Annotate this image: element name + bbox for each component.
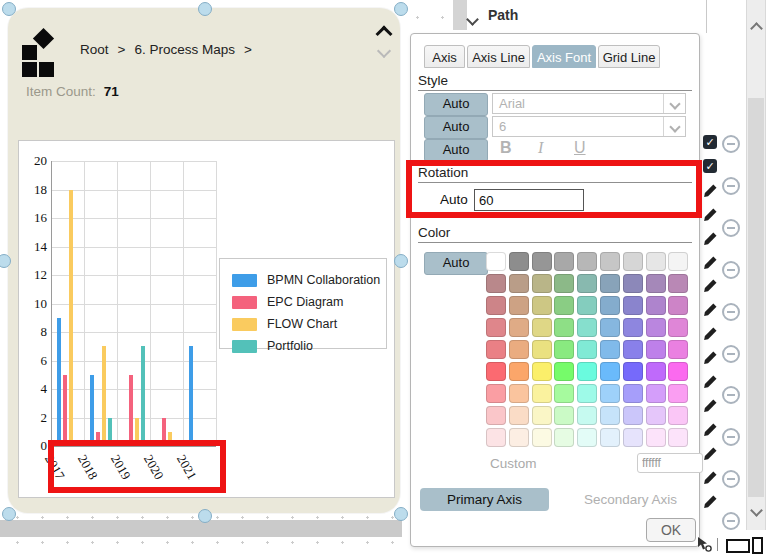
biu-auto-button[interactable]: Auto bbox=[424, 139, 488, 162]
horizontal-scrollbar[interactable] bbox=[0, 520, 402, 537]
edit-pencil-icon[interactable] bbox=[703, 255, 718, 274]
palette-swatch[interactable] bbox=[646, 252, 666, 271]
breadcrumb-folder[interactable]: 6. Process Maps bbox=[134, 42, 235, 57]
resize-handle-top-right[interactable] bbox=[394, 2, 408, 16]
ok-button[interactable]: OK bbox=[646, 518, 696, 542]
resize-handle-bottom-right[interactable] bbox=[394, 507, 408, 521]
chevron-down-icon[interactable] bbox=[663, 117, 685, 136]
palette-swatch[interactable] bbox=[646, 406, 666, 425]
palette-swatch[interactable] bbox=[532, 340, 552, 359]
resize-handle-bottom-left[interactable] bbox=[2, 507, 16, 521]
palette-swatch[interactable] bbox=[577, 296, 597, 315]
edit-pencil-icon[interactable] bbox=[703, 446, 718, 465]
palette-swatch[interactable] bbox=[646, 384, 666, 403]
remove-minus-icon[interactable] bbox=[722, 261, 740, 279]
palette-swatch[interactable] bbox=[646, 340, 666, 359]
palette-swatch[interactable] bbox=[600, 362, 620, 381]
palette-swatch[interactable] bbox=[600, 296, 620, 315]
remove-minus-icon[interactable] bbox=[722, 345, 740, 363]
palette-swatch[interactable] bbox=[668, 362, 688, 381]
palette-swatch[interactable] bbox=[646, 428, 666, 447]
edit-pencil-icon[interactable] bbox=[703, 398, 718, 417]
edit-pencil-icon[interactable] bbox=[703, 207, 718, 226]
italic-button[interactable]: I bbox=[538, 139, 543, 157]
scroll-up-icon[interactable] bbox=[752, 19, 761, 37]
palette-swatch[interactable] bbox=[600, 428, 620, 447]
secondary-axis-button[interactable]: Secondary Axis bbox=[584, 492, 677, 507]
palette-swatch[interactable] bbox=[577, 428, 597, 447]
size-auto-button[interactable]: Auto bbox=[424, 116, 488, 139]
palette-swatch[interactable] bbox=[646, 318, 666, 337]
palette-swatch[interactable] bbox=[509, 274, 529, 293]
palette-swatch[interactable] bbox=[600, 252, 620, 271]
palette-swatch[interactable] bbox=[577, 406, 597, 425]
palette-swatch[interactable] bbox=[668, 252, 688, 271]
remove-minus-icon[interactable] bbox=[722, 303, 740, 321]
tab-axis[interactable]: Axis bbox=[424, 45, 465, 68]
expand-down-icon[interactable] bbox=[379, 42, 389, 60]
palette-swatch[interactable] bbox=[668, 406, 688, 425]
remove-minus-icon[interactable] bbox=[722, 386, 740, 404]
palette-swatch[interactable] bbox=[577, 318, 597, 337]
checkbox-checked-icon[interactable]: ✓ bbox=[703, 135, 717, 149]
palette-swatch[interactable] bbox=[509, 384, 529, 403]
font-size-dropdown[interactable]: 6 bbox=[492, 116, 686, 137]
color-auto-button[interactable]: Auto bbox=[424, 252, 488, 275]
palette-swatch[interactable] bbox=[554, 318, 574, 337]
palette-swatch[interactable] bbox=[668, 428, 688, 447]
edit-pencil-icon[interactable] bbox=[703, 231, 718, 250]
palette-swatch[interactable] bbox=[600, 318, 620, 337]
palette-swatch[interactable] bbox=[623, 274, 643, 293]
palette-swatch[interactable] bbox=[577, 340, 597, 359]
resize-handle-top-left[interactable] bbox=[2, 2, 16, 16]
palette-swatch[interactable] bbox=[532, 274, 552, 293]
palette-swatch[interactable] bbox=[554, 384, 574, 403]
palette-swatch[interactable] bbox=[486, 274, 506, 293]
tab-grid-line[interactable]: Grid Line bbox=[598, 45, 660, 68]
palette-swatch[interactable] bbox=[623, 340, 643, 359]
palette-swatch[interactable] bbox=[668, 318, 688, 337]
resize-handle-mid-right[interactable] bbox=[394, 254, 408, 268]
palette-swatch[interactable] bbox=[486, 362, 506, 381]
palette-swatch[interactable] bbox=[668, 340, 688, 359]
palette-swatch[interactable] bbox=[600, 384, 620, 403]
palette-swatch[interactable] bbox=[509, 252, 529, 271]
checkbox-checked-icon[interactable]: ✓ bbox=[703, 159, 717, 173]
split-pane-layout-icon[interactable] bbox=[752, 537, 769, 554]
breadcrumb-root[interactable]: Root bbox=[80, 42, 109, 57]
palette-swatch[interactable] bbox=[532, 362, 552, 381]
palette-swatch[interactable] bbox=[623, 362, 643, 381]
palette-swatch[interactable] bbox=[509, 296, 529, 315]
edit-pencil-icon[interactable] bbox=[703, 494, 718, 513]
palette-swatch[interactable] bbox=[646, 362, 666, 381]
palette-swatch[interactable] bbox=[668, 296, 688, 315]
palette-swatch[interactable] bbox=[623, 318, 643, 337]
palette-swatch[interactable] bbox=[532, 296, 552, 315]
palette-swatch[interactable] bbox=[486, 428, 506, 447]
font-family-dropdown[interactable]: Arial bbox=[492, 93, 686, 114]
resize-handle-top-center[interactable] bbox=[198, 2, 212, 16]
palette-swatch[interactable] bbox=[554, 428, 574, 447]
palette-swatch[interactable] bbox=[668, 274, 688, 293]
palette-swatch[interactable] bbox=[646, 296, 666, 315]
remove-minus-icon[interactable] bbox=[722, 428, 740, 446]
underline-button[interactable]: U bbox=[574, 139, 586, 157]
palette-swatch[interactable] bbox=[623, 296, 643, 315]
palette-swatch[interactable] bbox=[532, 384, 552, 403]
palette-swatch[interactable] bbox=[532, 252, 552, 271]
palette-swatch[interactable] bbox=[623, 428, 643, 447]
palette-swatch[interactable] bbox=[577, 362, 597, 381]
remove-minus-icon[interactable] bbox=[722, 135, 740, 153]
palette-swatch[interactable] bbox=[509, 428, 529, 447]
remove-minus-icon[interactable] bbox=[722, 177, 740, 195]
tab-axis-line[interactable]: Axis Line bbox=[467, 45, 530, 68]
tab-axis-font[interactable]: Axis Font bbox=[532, 45, 596, 68]
palette-swatch[interactable] bbox=[577, 252, 597, 271]
palette-swatch[interactable] bbox=[623, 384, 643, 403]
edit-pencil-icon[interactable] bbox=[703, 374, 718, 393]
palette-swatch[interactable] bbox=[668, 384, 688, 403]
custom-color-input[interactable] bbox=[637, 453, 703, 473]
font-auto-button[interactable]: Auto bbox=[424, 93, 488, 116]
palette-swatch[interactable] bbox=[486, 340, 506, 359]
inner-scrollbar-fragment[interactable] bbox=[453, 0, 467, 30]
